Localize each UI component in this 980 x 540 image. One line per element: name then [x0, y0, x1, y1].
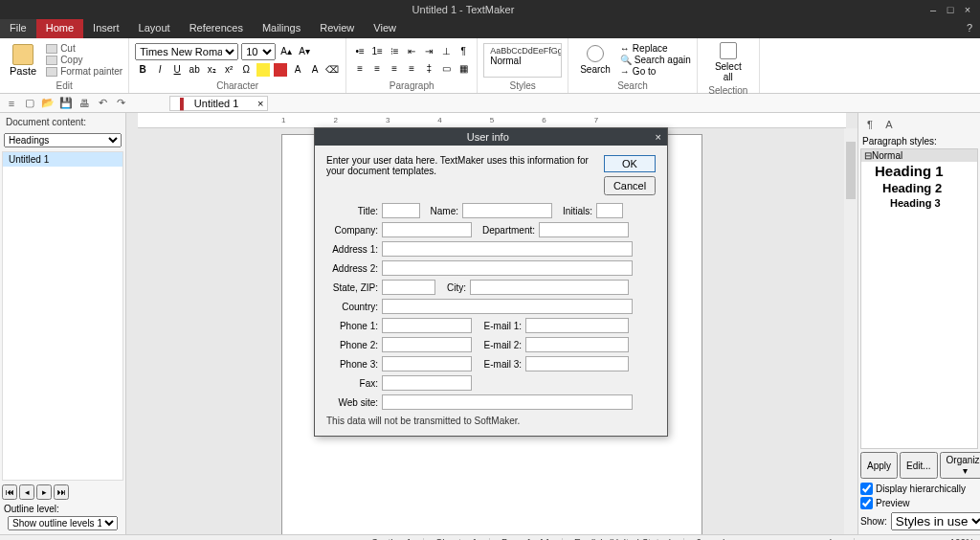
- bold-button[interactable]: B: [135, 62, 150, 78]
- phone3-input[interactable]: [382, 356, 472, 371]
- menu-file[interactable]: File: [0, 19, 36, 38]
- select-all-button[interactable]: Select all: [703, 40, 753, 84]
- justify-button[interactable]: ≡: [404, 61, 419, 77]
- menu-view[interactable]: View: [364, 19, 406, 38]
- highlight-button[interactable]: [256, 62, 271, 78]
- state-zip-input[interactable]: [382, 280, 435, 295]
- tab-close-icon[interactable]: ×: [257, 98, 263, 109]
- style-heading1[interactable]: Heading 1: [861, 162, 977, 180]
- close-icon[interactable]: ×: [961, 4, 974, 15]
- align-left-button[interactable]: ≡: [352, 61, 368, 77]
- menu-layout[interactable]: Layout: [129, 19, 180, 38]
- qa-print-button[interactable]: 🖶: [77, 96, 92, 111]
- dialog-close-icon[interactable]: ×: [656, 131, 661, 143]
- align-center-button[interactable]: ≡: [369, 61, 385, 77]
- display-hierarchically-checkbox[interactable]: Display hierarchically: [860, 482, 978, 496]
- numbering-button[interactable]: 1≡: [369, 44, 385, 59]
- qa-undo-button[interactable]: ↶: [95, 96, 110, 111]
- company-input[interactable]: [382, 222, 472, 237]
- char-style-icon[interactable]: A: [881, 117, 897, 132]
- help-icon[interactable]: ?: [959, 19, 980, 38]
- font-color-button[interactable]: [273, 62, 288, 78]
- qa-redo-button[interactable]: ↷: [113, 96, 128, 111]
- font-size-select[interactable]: 10: [241, 43, 276, 60]
- phone2-input[interactable]: [382, 337, 472, 352]
- phone1-input[interactable]: [382, 318, 472, 333]
- cut-button[interactable]: Cut: [46, 43, 122, 54]
- show-select[interactable]: Styles in use: [891, 512, 980, 530]
- menu-insert[interactable]: Insert: [83, 19, 129, 38]
- font-name-select[interactable]: Times New Roman: [135, 43, 238, 60]
- apply-style-button[interactable]: Apply: [860, 452, 898, 479]
- addr1-input[interactable]: [382, 241, 633, 257]
- horizontal-ruler[interactable]: 1234567: [138, 113, 846, 128]
- fax-input[interactable]: [382, 375, 472, 391]
- multilevel-button[interactable]: ⁝≡: [387, 44, 402, 59]
- menu-references[interactable]: References: [180, 19, 253, 38]
- grow-font-button[interactable]: A▴: [278, 44, 294, 59]
- title-input[interactable]: [382, 203, 420, 218]
- website-input[interactable]: [382, 394, 633, 410]
- menu-mailings[interactable]: Mailings: [253, 19, 310, 38]
- paste-button[interactable]: Paste: [6, 42, 40, 79]
- organize-style-button[interactable]: Organize ▾: [940, 452, 980, 479]
- document-tab[interactable]: ▌ Untitled 1 ×: [169, 96, 268, 111]
- subscript-button[interactable]: x₂: [204, 62, 219, 78]
- ok-button[interactable]: OK: [604, 155, 656, 172]
- document-tree[interactable]: Untitled 1: [2, 151, 123, 481]
- email2-input[interactable]: [525, 337, 629, 352]
- qa-open-button[interactable]: 📂: [40, 96, 56, 111]
- country-input[interactable]: [382, 299, 633, 314]
- tabs-button[interactable]: ⊥: [438, 44, 454, 59]
- initials-input[interactable]: [596, 203, 623, 218]
- font-grow-icon[interactable]: A: [290, 62, 305, 78]
- symbol-button[interactable]: Ω: [238, 62, 254, 78]
- qa-align-button[interactable]: ≡: [4, 96, 19, 111]
- qa-new-button[interactable]: ▢: [22, 96, 37, 111]
- city-input[interactable]: [470, 280, 629, 295]
- menu-home[interactable]: Home: [36, 19, 83, 38]
- edit-style-button[interactable]: Edit...: [900, 452, 938, 479]
- styles-tree[interactable]: ⊟ Normal Heading 1 Heading 2 Heading 3: [860, 148, 978, 449]
- shading-button[interactable]: ▭: [438, 61, 454, 77]
- style-gallery-item[interactable]: AaBbCcDdEeFfGgHhIiJj Normal: [483, 43, 562, 78]
- clear-format-button[interactable]: ⌫: [324, 62, 340, 78]
- dialog-titlebar[interactable]: User info ×: [315, 128, 667, 146]
- maximize-icon[interactable]: □: [944, 4, 957, 15]
- email3-input[interactable]: [525, 356, 629, 371]
- italic-button[interactable]: I: [152, 62, 167, 78]
- borders-button[interactable]: ▦: [456, 61, 471, 77]
- addr2-input[interactable]: [382, 260, 633, 276]
- tree-item[interactable]: Untitled 1: [3, 152, 122, 167]
- search-button[interactable]: Search: [574, 43, 616, 77]
- cancel-button[interactable]: Cancel: [604, 176, 656, 195]
- goto-button[interactable]: →Go to: [620, 66, 691, 77]
- nav-filter-select[interactable]: Headings: [4, 133, 122, 147]
- increase-indent-button[interactable]: ⇥: [421, 44, 436, 59]
- preview-checkbox[interactable]: Preview: [860, 496, 978, 510]
- bullets-button[interactable]: •≡: [352, 44, 368, 59]
- department-input[interactable]: [539, 222, 629, 237]
- replace-button[interactable]: ↔Replace: [620, 43, 691, 54]
- shrink-font-button[interactable]: A▾: [297, 44, 312, 59]
- nav-first-button[interactable]: ⏮: [2, 484, 17, 500]
- strike-button[interactable]: ab: [187, 62, 202, 78]
- copy-button[interactable]: Copy: [46, 55, 122, 65]
- minimize-icon[interactable]: –: [926, 4, 940, 15]
- name-input[interactable]: [462, 203, 552, 218]
- style-normal[interactable]: ⊟ Normal: [861, 149, 977, 162]
- nav-prev-button[interactable]: ◂: [19, 484, 34, 500]
- outline-level-select[interactable]: Show outline levels 1 to 9: [8, 516, 118, 530]
- superscript-button[interactable]: x²: [221, 62, 236, 78]
- nav-next-button[interactable]: ▸: [36, 484, 52, 500]
- style-heading3[interactable]: Heading 3: [861, 196, 977, 210]
- vertical-scrollbar[interactable]: [844, 128, 858, 534]
- underline-button[interactable]: U: [169, 62, 185, 78]
- align-right-button[interactable]: ≡: [387, 61, 402, 77]
- font-shrink-icon[interactable]: A: [307, 62, 323, 78]
- email1-input[interactable]: [525, 318, 629, 333]
- menu-review[interactable]: Review: [310, 19, 364, 38]
- para-style-icon[interactable]: ¶: [862, 117, 878, 132]
- decrease-indent-button[interactable]: ⇤: [404, 44, 419, 59]
- style-heading2[interactable]: Heading 2: [861, 180, 977, 196]
